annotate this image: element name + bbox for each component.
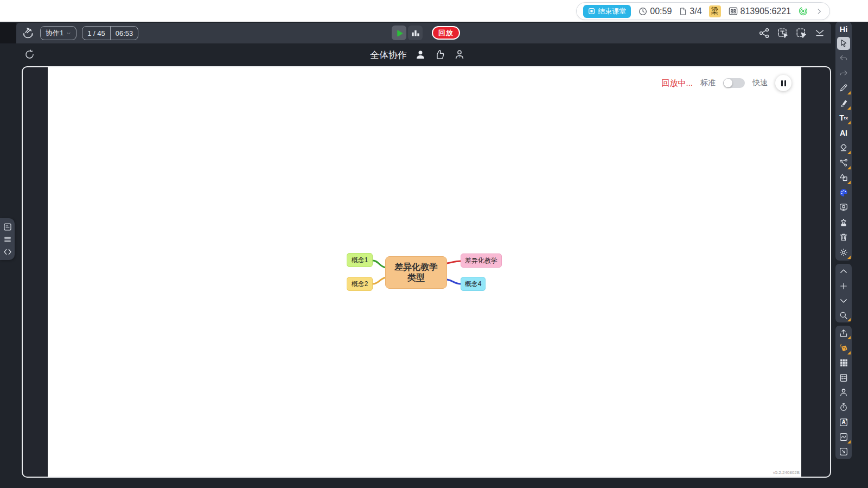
cursor-tool-icon[interactable] <box>835 36 852 51</box>
collab-selector[interactable]: 协作1 <box>40 26 76 40</box>
speed-fast-label[interactable]: 快速 <box>752 78 768 88</box>
scroll-down-icon[interactable] <box>835 293 852 308</box>
toolbar-center: 回放 <box>392 26 460 40</box>
room-id-value: 813905:6221 <box>741 7 791 16</box>
toolbar-ledge <box>0 23 16 43</box>
collab-row: 全体协作 ? <box>0 43 835 66</box>
sidebar-zoom-group <box>835 264 852 322</box>
page-timer-counter: 1 / 45 06:53 <box>82 26 138 40</box>
top-strip: 结束课堂 00:59 3/4 梁 81 <box>0 0 868 22</box>
collab-selector-label: 协作1 <box>46 28 63 38</box>
mindmap-center-node[interactable]: 差异化教学 类型 <box>385 256 447 289</box>
mindmap-tool-icon[interactable] <box>835 155 852 170</box>
list-panel-icon[interactable] <box>3 235 12 244</box>
participants-icon[interactable] <box>414 49 426 61</box>
scroll-up-icon[interactable] <box>835 264 852 278</box>
version-label: v5.2.240802B <box>773 470 800 475</box>
palette-tool-icon[interactable] <box>835 185 852 200</box>
collapse-toolbar-icon[interactable] <box>814 27 826 39</box>
page-indicator: 3/4 <box>679 7 701 16</box>
end-class-label: 结束课堂 <box>598 7 626 16</box>
whiteboard-canvas[interactable]: 回放中... 标准 快速 差异化教学 类型 概念1 概念2 差异化教学 概念4 … <box>48 67 801 477</box>
sidebar-tools-group: Hi Ttx A <box>835 22 852 261</box>
text-tool-icon[interactable]: Ttx <box>835 111 852 126</box>
classroom-app: 结束课堂 00:59 3/4 梁 81 <box>0 0 868 488</box>
visualizer-camera-icon[interactable] <box>835 200 852 216</box>
area-select-icon[interactable] <box>795 27 807 39</box>
board-timer: 06:53 <box>111 29 138 37</box>
toggle-knob <box>724 79 732 87</box>
pen-tool-icon[interactable] <box>835 81 852 96</box>
replay-controls: 回放中... 标准 快速 <box>661 75 792 91</box>
font-size-icon[interactable]: A + <box>835 415 852 429</box>
refresh-icon[interactable] <box>24 49 35 60</box>
center-node-line1: 差异化教学 <box>394 262 438 272</box>
room-id-group: 813905:6221 <box>728 6 791 16</box>
speed-standard-label[interactable]: 标准 <box>700 78 716 88</box>
toolbar: 协作1 1 / 45 06:53 <box>16 23 831 43</box>
class-timer: 00:59 <box>638 7 672 16</box>
code-panel-icon[interactable] <box>3 247 12 257</box>
end-class-button[interactable]: 结束课堂 <box>583 5 631 18</box>
task-checklist-icon[interactable] <box>835 370 852 385</box>
award-stamp-icon[interactable] <box>835 215 852 230</box>
clock-icon <box>638 7 648 16</box>
timer-stopwatch-icon[interactable] <box>835 400 852 415</box>
toolbar-left: 协作1 1 / 45 06:53 <box>16 26 138 40</box>
text-select-icon[interactable] <box>777 27 789 39</box>
trash-icon[interactable] <box>835 230 852 245</box>
collab-title: 全体协作 <box>370 49 407 61</box>
ai-tool-icon[interactable]: AI <box>835 125 852 141</box>
user-badge[interactable]: 梁 <box>709 5 721 17</box>
class-timer-value: 00:59 <box>650 7 672 16</box>
chevron-down-icon <box>66 31 71 36</box>
mindmap-node[interactable]: 概念2 <box>347 277 373 291</box>
center-node-line2: 类型 <box>407 272 425 283</box>
bar-chart-icon <box>410 28 421 39</box>
highlighter-tool-icon[interactable] <box>835 96 852 111</box>
shapes-tool-icon[interactable] <box>835 170 852 186</box>
settings-gear-icon[interactable] <box>835 245 852 260</box>
upload-share-icon[interactable] <box>835 326 852 340</box>
mindmap-node[interactable]: 概念4 <box>461 277 486 291</box>
redo-icon[interactable] <box>835 66 852 81</box>
stop-icon <box>588 8 595 15</box>
toolbar-right <box>758 27 826 39</box>
left-panel-tab <box>0 218 15 260</box>
board-page-counter: 1 / 45 <box>82 29 110 37</box>
sidebar-widgets-group: A + <box>835 326 852 459</box>
play-icon <box>394 28 405 39</box>
zoom-search-icon[interactable] <box>835 308 852 322</box>
raise-hand-pens-icon[interactable] <box>22 27 35 40</box>
broadcast-icon <box>798 6 808 16</box>
student-avatar-icon[interactable] <box>835 385 852 400</box>
stats-button[interactable] <box>408 26 423 40</box>
apps-grid-icon[interactable] <box>835 356 852 370</box>
random-pick-person-icon[interactable]: ? <box>454 49 465 61</box>
app-logo: Hi <box>840 22 848 36</box>
undo-icon[interactable] <box>835 51 852 66</box>
minimize-corner-icon[interactable] <box>835 445 852 459</box>
play-button[interactable] <box>392 26 406 40</box>
pause-button[interactable] <box>775 75 792 91</box>
speed-toggle[interactable] <box>723 78 745 88</box>
replay-button[interactable]: 回放 <box>432 26 460 40</box>
mindmap-node[interactable]: 概念1 <box>347 253 373 267</box>
dice-picker-icon[interactable] <box>835 340 852 355</box>
share-network-icon[interactable] <box>758 27 770 39</box>
svg-text:?: ? <box>458 55 461 59</box>
like-icon[interactable] <box>434 49 446 61</box>
curve-wave-icon[interactable] <box>835 429 852 444</box>
notes-panel-icon[interactable] <box>3 222 12 232</box>
canvas-frame: 回放中... 标准 快速 差异化教学 类型 概念1 概念2 差异化教学 概念4 … <box>22 66 831 478</box>
page-icon <box>679 7 687 16</box>
mindmap-node[interactable]: 差异化教学 <box>461 253 502 268</box>
room-code-icon <box>728 6 738 16</box>
replay-status: 回放中... <box>661 78 693 88</box>
class-status-bar: 结束课堂 00:59 3/4 梁 81 <box>576 2 830 20</box>
add-page-icon[interactable] <box>835 278 852 293</box>
chevron-right-icon[interactable] <box>815 8 823 15</box>
page-indicator-value: 3/4 <box>690 7 701 16</box>
eraser-tool-icon[interactable] <box>835 141 852 156</box>
